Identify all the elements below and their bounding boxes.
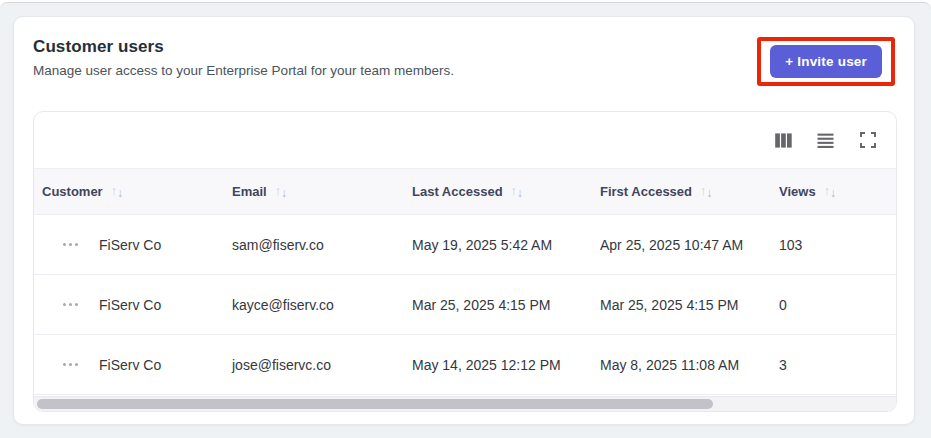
column-header[interactable]: First Accessed ↑↓: [600, 184, 779, 199]
views-cell: 3: [779, 357, 896, 373]
row-menu-cell: [42, 297, 99, 313]
density-icon[interactable]: [816, 131, 835, 150]
views-cell: 103: [779, 237, 896, 253]
column-header[interactable]: Views ↑↓: [779, 184, 896, 199]
card-header-text: Customer users Manage user access to you…: [33, 37, 454, 78]
table-row[interactable]: FiServ Co sam@fiserv.co May 19, 2025 5:4…: [34, 215, 896, 275]
column-header[interactable]: Last Accessed ↑↓: [412, 184, 600, 199]
column-header-label: Email: [232, 184, 267, 199]
sort-icon[interactable]: ↑↓: [700, 185, 713, 198]
first-accessed-cell: May 8, 2025 11:08 AM: [600, 357, 779, 373]
page-background: Customer users Manage user access to you…: [0, 2, 931, 438]
email-cell: jose@fiservc.co: [232, 357, 412, 373]
column-header[interactable]: Email ↑↓: [232, 184, 412, 199]
column-header-label: Views: [779, 184, 816, 199]
row-menu-icon[interactable]: [59, 237, 83, 253]
horizontal-scrollbar[interactable]: [34, 396, 896, 411]
sort-icon[interactable]: ↑↓: [824, 185, 837, 198]
table-row[interactable]: FiServ Co kayce@fiserv.co Mar 25, 2025 4…: [34, 275, 896, 335]
column-header-label: First Accessed: [600, 184, 692, 199]
column-header[interactable]: Customer ↑↓: [42, 184, 232, 199]
customer-cell: FiServ Co: [99, 237, 232, 253]
row-menu-icon[interactable]: [59, 357, 83, 373]
page-subtitle: Manage user access to your Enterprise Po…: [33, 63, 454, 78]
users-table-panel: Customer ↑↓ Email ↑↓ Last Accessed ↑↓ Fi…: [33, 111, 897, 412]
sort-icon[interactable]: ↑↓: [111, 185, 124, 198]
last-accessed-cell: Mar 25, 2025 4:15 PM: [412, 297, 600, 313]
row-menu-icon[interactable]: [59, 297, 83, 313]
table-body: FiServ Co sam@fiserv.co May 19, 2025 5:4…: [34, 215, 896, 395]
last-accessed-cell: May 14, 2025 12:12 PM: [412, 357, 600, 373]
annotation-highlight-box: + Invite user: [757, 37, 895, 86]
first-accessed-cell: Mar 25, 2025 4:15 PM: [600, 297, 779, 313]
table-header-row: Customer ↑↓ Email ↑↓ Last Accessed ↑↓ Fi…: [34, 168, 896, 215]
first-accessed-cell: Apr 25, 2025 10:47 AM: [600, 237, 779, 253]
fullscreen-icon[interactable]: [858, 131, 877, 150]
last-accessed-cell: May 19, 2025 5:42 AM: [412, 237, 600, 253]
customer-cell: FiServ Co: [99, 357, 232, 373]
email-cell: kayce@fiserv.co: [232, 297, 412, 313]
page-title: Customer users: [33, 37, 454, 57]
scrollbar-thumb[interactable]: [37, 399, 713, 409]
sort-icon[interactable]: ↑↓: [275, 185, 288, 198]
column-header-label: Customer: [42, 184, 103, 199]
email-cell: sam@fiserv.co: [232, 237, 412, 253]
views-cell: 0: [779, 297, 896, 313]
invite-user-button[interactable]: + Invite user: [770, 45, 882, 78]
row-menu-cell: [42, 237, 99, 253]
column-header-label: Last Accessed: [412, 184, 503, 199]
row-menu-cell: [42, 357, 99, 373]
customer-users-card: Customer users Manage user access to you…: [13, 16, 915, 425]
customer-cell: FiServ Co: [99, 297, 232, 313]
sort-icon[interactable]: ↑↓: [511, 185, 524, 198]
columns-icon[interactable]: [774, 131, 793, 150]
table-row[interactable]: FiServ Co jose@fiservc.co May 14, 2025 1…: [34, 335, 896, 395]
table-toolbar: [34, 112, 896, 168]
card-header: Customer users Manage user access to you…: [33, 37, 897, 86]
